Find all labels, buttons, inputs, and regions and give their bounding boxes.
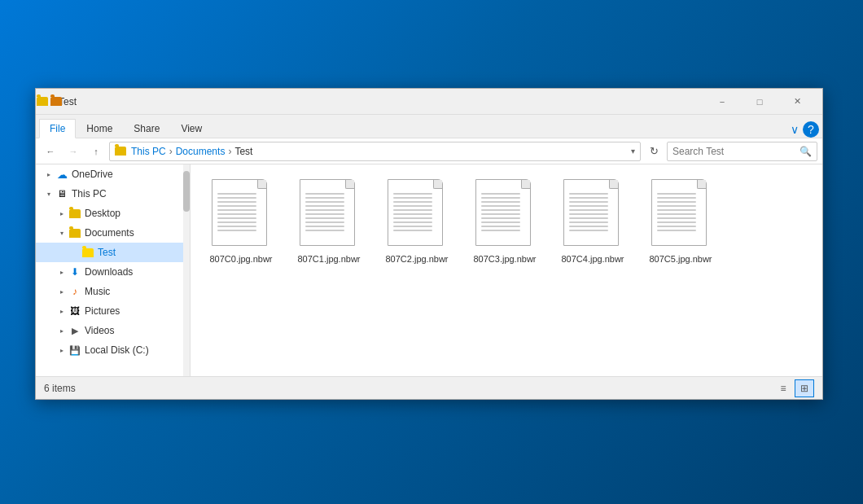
sidebar-scrollbar-thumb[interactable]	[183, 171, 190, 212]
sidebar-item-music[interactable]: ♪ Music	[36, 282, 190, 301]
file-item[interactable]: 807C1.jpg.nbwr	[288, 174, 370, 269]
desktop-folder-icon	[68, 207, 81, 220]
sidebar-item-desktop[interactable]: Desktop	[36, 204, 190, 223]
address-bar: ← → ↑ This PC › Documents › Test ▾ ↻ 🔍	[36, 138, 822, 164]
status-bar: 6 items ≡ ⊞	[36, 376, 822, 399]
sidebar-item-label: Pictures	[85, 305, 120, 317]
help-button[interactable]: ?	[803, 121, 819, 138]
sidebar-item-label: Downloads	[85, 266, 133, 278]
videos-expand-icon	[55, 324, 68, 337]
documents-expand-icon	[55, 226, 68, 239]
sidebar-item-label: Music	[85, 286, 110, 297]
search-input[interactable]	[672, 146, 799, 157]
sidebar-item-label: Desktop	[85, 208, 120, 219]
videos-icon: ▶	[68, 324, 81, 337]
breadcrumb-dropdown-icon[interactable]: ▾	[631, 147, 635, 156]
sidebar-item-pictures[interactable]: 🖼 Pictures	[36, 301, 190, 321]
file-icon	[563, 179, 622, 251]
file-name: 807C2.jpg.nbwr	[385, 254, 448, 264]
tab-view[interactable]: View	[170, 119, 212, 138]
sidebar-item-label: Test	[98, 247, 116, 258]
file-item[interactable]: 807C2.jpg.nbwr	[376, 174, 458, 269]
file-item[interactable]: 807C5.jpg.nbwr	[640, 174, 721, 269]
onedrive-icon: ☁	[55, 168, 68, 181]
sidebar-item-label: Videos	[85, 325, 114, 336]
music-expand-icon	[55, 285, 68, 298]
up-button[interactable]: ↑	[86, 142, 106, 161]
search-box: 🔍	[667, 142, 817, 161]
breadcrumb-test[interactable]: Test	[234, 146, 252, 157]
file-icon	[475, 179, 534, 251]
tab-home[interactable]: Home	[76, 119, 123, 138]
sidebar-item-downloads[interactable]: ⬇ Downloads	[36, 262, 190, 282]
sidebar-scrollbar-track	[183, 164, 190, 376]
close-button[interactable]: ✕	[778, 89, 816, 115]
sidebar-item-test[interactable]: Test	[36, 243, 190, 262]
music-icon: ♪	[68, 285, 81, 298]
file-name: 807C0.jpg.nbwr	[209, 254, 272, 264]
ribbon-expand-button[interactable]: ∨	[786, 121, 803, 138]
list-view-button[interactable]: ≡	[773, 379, 793, 397]
window-controls: − □ ✕	[703, 89, 816, 115]
breadcrumb-this-pc[interactable]: This PC	[131, 146, 166, 157]
main-area: ☁ OneDrive 🖥 This PC Desktop	[36, 164, 822, 376]
title-bar-folder-icons	[42, 95, 55, 108]
refresh-button[interactable]: ↻	[644, 142, 664, 161]
downloads-icon: ⬇	[68, 265, 81, 278]
sidebar-item-label: Local Disk (C:)	[85, 344, 149, 356]
breadcrumb-sep-2: ›	[228, 146, 231, 157]
pictures-expand-icon	[55, 305, 68, 318]
file-name: 807C1.jpg.nbwr	[297, 254, 360, 264]
item-count: 6 items	[44, 383, 76, 394]
breadcrumb-sep-1: ›	[169, 146, 173, 157]
file-name: 807C5.jpg.nbwr	[649, 254, 712, 264]
sidebar-item-thispc[interactable]: 🖥 This PC	[36, 184, 190, 204]
title-bar: Test − □ ✕	[36, 89, 822, 115]
ribbon: File Home Share View ∨ ?	[36, 115, 822, 138]
back-button[interactable]: ←	[41, 142, 60, 161]
file-area: 807C0.jpg.nbwr807C1.jpg.nbwr807C2.jpg.nb…	[191, 164, 822, 376]
file-item[interactable]: 807C0.jpg.nbwr	[200, 174, 282, 269]
file-name: 807C4.jpg.nbwr	[561, 254, 624, 264]
breadcrumb: This PC › Documents › Test ▾	[109, 142, 641, 161]
file-icon	[212, 179, 270, 251]
view-buttons: ≡ ⊞	[773, 379, 814, 397]
documents-folder-icon	[68, 226, 81, 239]
localdisk-expand-icon	[55, 344, 68, 357]
test-folder-icon	[81, 246, 94, 259]
search-icon[interactable]: 🔍	[799, 146, 812, 157]
file-icon	[651, 179, 710, 251]
file-name: 807C3.jpg.nbwr	[473, 254, 536, 264]
file-icon	[300, 179, 358, 251]
thispc-expand-icon	[42, 187, 55, 200]
onedrive-expand-icon	[42, 168, 55, 181]
sidebar-item-videos[interactable]: ▶ Videos	[36, 321, 190, 340]
sidebar-item-localdisk[interactable]: 💾 Local Disk (C:)	[36, 340, 190, 360]
explorer-window: Test − □ ✕ File Home Share View ∨ ? ← → …	[35, 88, 823, 400]
pc-icon: 🖥	[55, 187, 68, 200]
breadcrumb-documents[interactable]: Documents	[176, 146, 226, 157]
minimize-button[interactable]: −	[703, 89, 741, 115]
sidebar: ☁ OneDrive 🖥 This PC Desktop	[36, 164, 191, 376]
window-title: Test	[59, 96, 703, 107]
file-icon	[388, 179, 446, 251]
sidebar-item-documents[interactable]: Documents	[36, 223, 190, 243]
sidebar-item-label: Documents	[85, 227, 134, 239]
ribbon-tabs: File Home Share View ∨ ?	[36, 115, 822, 138]
maximize-button[interactable]: □	[741, 89, 778, 115]
desktop-expand-icon	[55, 207, 68, 220]
file-item[interactable]: 807C4.jpg.nbwr	[552, 174, 633, 269]
tab-file[interactable]: File	[39, 119, 76, 138]
tab-share[interactable]: Share	[123, 119, 170, 138]
forward-button[interactable]: →	[64, 142, 83, 161]
downloads-expand-icon	[55, 265, 68, 278]
test-expand-icon	[68, 246, 81, 259]
sidebar-item-onedrive[interactable]: ☁ OneDrive	[36, 164, 190, 184]
localdisk-icon: 💾	[68, 344, 81, 357]
sidebar-item-label: OneDrive	[72, 169, 113, 180]
file-item[interactable]: 807C3.jpg.nbwr	[464, 174, 545, 269]
grid-view-button[interactable]: ⊞	[795, 379, 814, 397]
pictures-icon: 🖼	[68, 305, 81, 318]
sidebar-item-label: This PC	[72, 188, 107, 199]
